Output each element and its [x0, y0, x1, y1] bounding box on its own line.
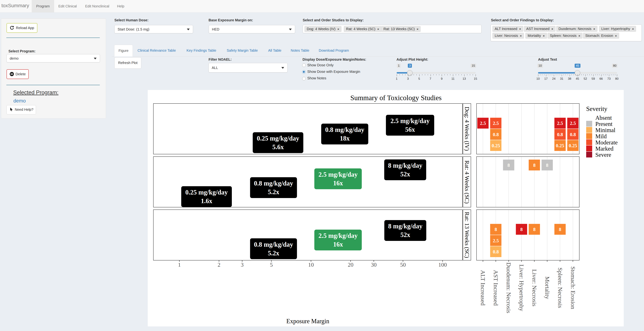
svg-text:8: 8: [495, 227, 497, 232]
svg-text:0.25 mg/kg/day: 0.25 mg/kg/day: [185, 189, 228, 196]
svg-text:Exposure Margin: Exposure Margin: [286, 318, 329, 325]
svg-text:Minimal: Minimal: [595, 127, 616, 133]
svg-text:Moderate: Moderate: [595, 139, 618, 146]
svg-text:10: 10: [308, 262, 314, 268]
svg-text:16x: 16x: [333, 241, 343, 248]
svg-text:0.8: 0.8: [570, 132, 576, 137]
svg-text:8: 8: [546, 162, 548, 168]
svg-text:2.5: 2.5: [570, 120, 576, 126]
svg-text:5: 5: [270, 262, 273, 268]
svg-text:100: 100: [438, 262, 447, 268]
svg-text:Severe: Severe: [595, 152, 611, 158]
svg-text:0.8: 0.8: [493, 132, 499, 137]
svg-text:0.25 mg/kg/day: 0.25 mg/kg/day: [257, 135, 299, 142]
svg-text:18x: 18x: [340, 135, 350, 142]
svg-text:0.8 mg/kg/day: 0.8 mg/kg/day: [254, 241, 293, 248]
svg-text:30: 30: [371, 262, 376, 268]
svg-text:Rat: 13 Weeks (SC): Rat: 13 Weeks (SC): [464, 212, 470, 258]
svg-text:52x: 52x: [400, 170, 410, 178]
svg-text:ALT Increased: ALT Increased: [480, 270, 486, 306]
svg-text:Duodenum: Necrosis: Duodenum: Necrosis: [506, 262, 512, 313]
svg-text:2.5 mg/kg/day: 2.5 mg/kg/day: [318, 171, 358, 178]
svg-text:8: 8: [520, 227, 523, 232]
svg-text:Stomach: Erosion: Stomach: Erosion: [570, 266, 576, 309]
svg-text:2: 2: [218, 262, 220, 268]
svg-text:0.25: 0.25: [569, 143, 577, 148]
svg-text:1.6x: 1.6x: [201, 197, 212, 204]
svg-text:Present: Present: [595, 121, 612, 127]
svg-text:0.25: 0.25: [492, 143, 500, 148]
svg-text:8 mg/kg/day: 8 mg/kg/day: [388, 162, 422, 169]
svg-text:2.5 mg/kg/day: 2.5 mg/kg/day: [390, 117, 430, 124]
svg-text:2.5 mg/kg/day: 2.5 mg/kg/day: [318, 232, 358, 239]
svg-text:Rat: 4 Weeks (SC): Rat: 4 Weeks (SC): [464, 160, 470, 204]
svg-text:50: 50: [400, 262, 406, 268]
svg-text:0.8 mg/kg/day: 0.8 mg/kg/day: [254, 180, 293, 187]
svg-text:0.25: 0.25: [556, 143, 564, 148]
svg-text:2.5: 2.5: [493, 238, 499, 243]
svg-text:20: 20: [348, 262, 354, 268]
svg-text:8: 8: [533, 162, 536, 168]
svg-text:2.5: 2.5: [480, 120, 486, 126]
svg-text:2.5: 2.5: [557, 120, 563, 126]
svg-text:5.2x: 5.2x: [268, 250, 279, 257]
svg-text:5.6x: 5.6x: [272, 143, 284, 150]
svg-text:AST Increased: AST Increased: [492, 270, 499, 306]
svg-text:16x: 16x: [333, 180, 343, 187]
svg-text:5.2x: 5.2x: [268, 188, 279, 196]
svg-text:Liver: Hypertrophy: Liver: Hypertrophy: [518, 264, 525, 311]
svg-text:0.8: 0.8: [493, 249, 499, 254]
svg-text:0.8: 0.8: [557, 132, 563, 137]
svg-text:Mild: Mild: [595, 133, 607, 140]
svg-text:8: 8: [533, 227, 536, 232]
svg-text:8: 8: [559, 227, 561, 232]
svg-text:3: 3: [241, 262, 244, 268]
svg-text:52x: 52x: [400, 231, 410, 238]
svg-text:1: 1: [178, 262, 181, 268]
svg-text:Summary of Toxicology Studies: Summary of Toxicology Studies: [350, 94, 442, 102]
svg-text:Spleen: Necrosis: Spleen: Necrosis: [557, 268, 564, 308]
svg-text:Severity: Severity: [586, 105, 607, 112]
svg-text:Absent: Absent: [595, 114, 612, 121]
svg-text:Liver: Necrosis: Liver: Necrosis: [531, 269, 538, 306]
svg-text:2.5: 2.5: [493, 120, 499, 126]
svg-text:Mortality: Mortality: [544, 276, 550, 299]
svg-text:Dog: 4 Weeks (IV): Dog: 4 Weeks (IV): [464, 107, 470, 151]
svg-text:56x: 56x: [405, 126, 415, 133]
svg-text:8: 8: [507, 162, 510, 168]
svg-text:0.8 mg/kg/day: 0.8 mg/kg/day: [325, 126, 364, 133]
svg-text:Marked: Marked: [595, 146, 614, 152]
svg-text:8 mg/kg/day: 8 mg/kg/day: [388, 222, 422, 230]
